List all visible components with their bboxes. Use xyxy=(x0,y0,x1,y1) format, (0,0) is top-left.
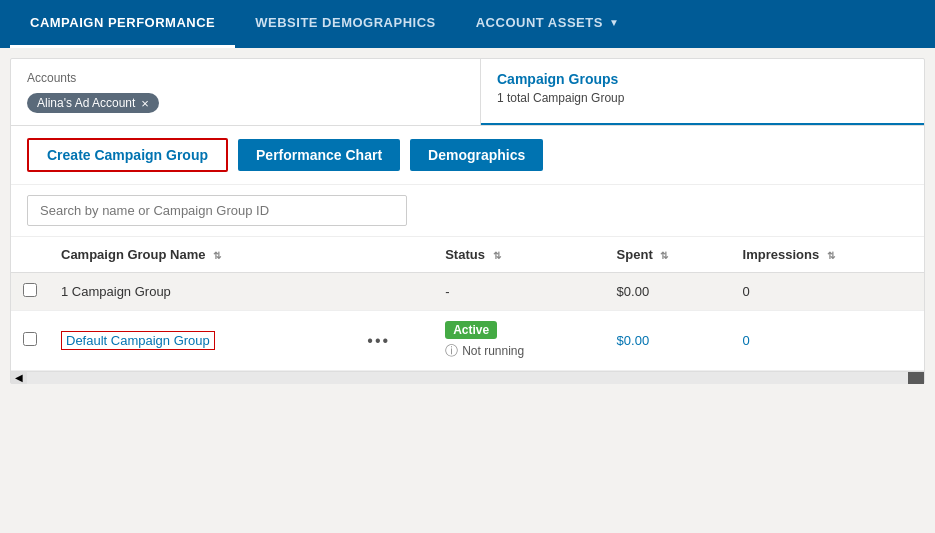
row2-more-options[interactable]: ••• xyxy=(367,332,390,349)
account-tag-name: Alina's Ad Account xyxy=(37,96,135,110)
row1-name-cell: 1 Campaign Group xyxy=(49,273,355,311)
status-sort-icon[interactable]: ⇅ xyxy=(493,250,501,261)
row2-checkbox[interactable] xyxy=(23,332,37,346)
nav-campaign-performance[interactable]: CAMPAIGN PERFORMANCE xyxy=(10,0,235,48)
performance-chart-button[interactable]: Performance Chart xyxy=(238,139,400,171)
status-active-badge: Active xyxy=(445,321,497,339)
col-impressions: Impressions ⇅ xyxy=(731,237,924,273)
nav-website-demographics[interactable]: WEBSITE DEMOGRAPHICS xyxy=(235,0,455,48)
row2-spent-cell: $0.00 xyxy=(605,311,731,371)
top-nav: CAMPAIGN PERFORMANCE WEBSITE DEMOGRAPHIC… xyxy=(0,0,935,48)
row2-status-cell: Active ⓘ Not running xyxy=(433,311,604,371)
campaign-groups-title: Campaign Groups xyxy=(497,71,908,87)
impressions-sort-icon[interactable]: ⇅ xyxy=(827,250,835,261)
table-row: 1 Campaign Group - $0.00 0 xyxy=(11,273,924,311)
campaign-groups-table: Campaign Group Name ⇅ Status ⇅ Spent ⇅ I… xyxy=(11,237,924,371)
create-campaign-group-button[interactable]: Create Campaign Group xyxy=(27,138,228,172)
row1-status-cell: - xyxy=(433,273,604,311)
campaign-groups-panel: Campaign Groups 1 total Campaign Group xyxy=(481,59,924,125)
default-campaign-group-link[interactable]: Default Campaign Group xyxy=(61,331,215,350)
col-name: Campaign Group Name ⇅ xyxy=(49,237,355,273)
scrollbar-track[interactable] xyxy=(27,372,908,384)
col-checkbox xyxy=(11,237,49,273)
account-tag-close[interactable]: × xyxy=(141,97,149,110)
nav-account-assets[interactable]: ACCOUNT ASSETS ▼ xyxy=(456,0,640,48)
row1-spent-cell: $0.00 xyxy=(605,273,731,311)
header-panels: Accounts Alina's Ad Account × Campaign G… xyxy=(11,59,924,126)
search-row xyxy=(11,185,924,237)
col-spent: Spent ⇅ xyxy=(605,237,731,273)
table-row: Default Campaign Group ••• Active ⓘ Not … xyxy=(11,311,924,371)
action-row: Create Campaign Group Performance Chart … xyxy=(11,126,924,185)
account-assets-dropdown-icon: ▼ xyxy=(609,17,619,28)
row2-actions-cell: ••• xyxy=(355,311,433,371)
main-content: Accounts Alina's Ad Account × Campaign G… xyxy=(10,58,925,384)
search-input[interactable] xyxy=(27,195,407,226)
not-running-label: Not running xyxy=(462,344,524,358)
scroll-right-handle[interactable] xyxy=(908,372,924,384)
accounts-label: Accounts xyxy=(27,71,464,85)
row1-checkbox-cell xyxy=(11,273,49,311)
scroll-left-arrow[interactable]: ◀ xyxy=(11,372,27,384)
row1-actions-cell xyxy=(355,273,433,311)
not-running-info-icon: ⓘ xyxy=(445,342,458,360)
row1-name: 1 Campaign Group xyxy=(61,284,171,299)
spent-sort-icon[interactable]: ⇅ xyxy=(660,250,668,261)
row2-checkbox-cell xyxy=(11,311,49,371)
horizontal-scrollbar[interactable]: ◀ xyxy=(11,371,924,383)
row2-impressions-cell: 0 xyxy=(731,311,924,371)
row1-impressions-cell: 0 xyxy=(731,273,924,311)
row1-checkbox[interactable] xyxy=(23,283,37,297)
account-tag: Alina's Ad Account × xyxy=(27,93,159,113)
row2-spent: $0.00 xyxy=(617,333,650,348)
accounts-panel: Accounts Alina's Ad Account × xyxy=(11,59,481,125)
row2-impressions: 0 xyxy=(743,333,750,348)
campaign-groups-count: 1 total Campaign Group xyxy=(497,91,908,105)
row2-name-cell: Default Campaign Group xyxy=(49,311,355,371)
name-sort-icon[interactable]: ⇅ xyxy=(213,250,221,261)
demographics-button[interactable]: Demographics xyxy=(410,139,543,171)
col-actions-header xyxy=(355,237,433,273)
col-status: Status ⇅ xyxy=(433,237,604,273)
